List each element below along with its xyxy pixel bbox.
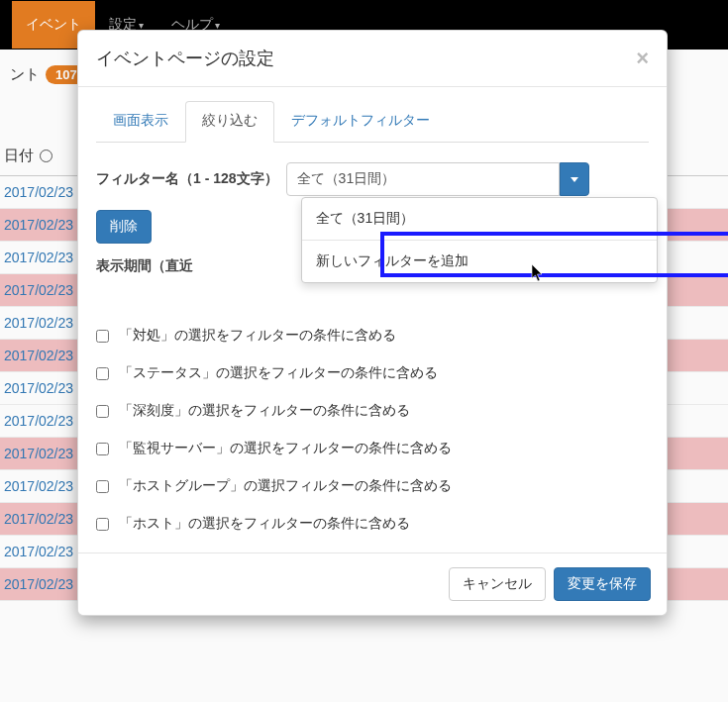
tab-filter-content: フィルター名（1 - 128文字） 全て（31日間） 全て（31日間） 新しいフ…	[96, 143, 649, 547]
dropdown-opt-all[interactable]: 全て（31日間）	[302, 198, 657, 240]
cursor-icon	[531, 263, 545, 283]
chevron-down-icon	[571, 177, 578, 182]
cancel-button[interactable]: キャンセル	[449, 567, 546, 601]
filter-condition-label: 「ホストグループ」の選択フィルターの条件に含める	[119, 477, 452, 495]
filter-condition-row: 「ホスト」の選択をフィルターの条件に含める	[96, 505, 649, 543]
filter-condition-checkbox[interactable]	[96, 518, 109, 531]
modal-title: イベントページの設定	[96, 47, 274, 70]
modal-footer: キャンセル 変更を保存	[78, 552, 667, 615]
tabs: 画面表示 絞り込む デフォルトフィルター	[96, 101, 649, 143]
filter-condition-label: 「ホスト」の選択をフィルターの条件に含める	[119, 515, 410, 533]
filter-condition-row: 「監視サーバー」の選択をフィルターの条件に含める	[96, 430, 649, 467]
filter-name-input[interactable]: 全て（31日間）	[286, 162, 560, 196]
tab-display[interactable]: 画面表示	[96, 101, 185, 143]
filter-condition-row: 「ホストグループ」の選択フィルターの条件に含める	[96, 467, 649, 505]
modal-body: 画面表示 絞り込む デフォルトフィルター フィルター名（1 - 128文字） 全…	[78, 87, 667, 552]
filter-condition-row: 「対処」の選択をフィルターの条件に含める	[96, 317, 649, 354]
tab-default-filter[interactable]: デフォルトフィルター	[274, 101, 447, 143]
filter-name-combo: 全て（31日間） 全て（31日間） 新しいフィルターを追加	[286, 162, 589, 196]
filter-name-dropdown-toggle[interactable]	[560, 162, 589, 196]
delete-button[interactable]: 削除	[96, 210, 152, 244]
event-page-settings-modal: イベントページの設定 × 画面表示 絞り込む デフォルトフィルター フィルター名…	[77, 30, 668, 616]
filter-condition-label: 「対処」の選択をフィルターの条件に含める	[119, 327, 396, 345]
modal-header: イベントページの設定 ×	[78, 31, 667, 87]
filter-condition-checkbox[interactable]	[96, 405, 109, 418]
save-button[interactable]: 変更を保存	[554, 567, 651, 601]
filter-condition-checkbox[interactable]	[96, 330, 109, 343]
filter-condition-checkbox[interactable]	[96, 367, 109, 380]
filter-condition-row: 「ステータス」の選択をフィルターの条件に含める	[96, 354, 649, 392]
filter-conditions: 「対処」の選択をフィルターの条件に含める「ステータス」の選択をフィルターの条件に…	[96, 317, 649, 543]
dropdown-opt-add-new[interactable]: 新しいフィルターを追加	[302, 241, 657, 282]
filter-condition-row: 「深刻度」の選択をフィルターの条件に含める	[96, 392, 649, 430]
filter-name-label: フィルター名（1 - 128文字）	[96, 170, 278, 188]
filter-condition-label: 「監視サーバー」の選択をフィルターの条件に含める	[119, 440, 452, 457]
close-icon[interactable]: ×	[636, 46, 649, 71]
filter-condition-checkbox[interactable]	[96, 480, 109, 493]
display-period-label: 表示期間（直近	[96, 257, 193, 275]
filter-condition-label: 「ステータス」の選択をフィルターの条件に含める	[119, 364, 438, 382]
filter-condition-checkbox[interactable]	[96, 443, 109, 455]
tab-filter[interactable]: 絞り込む	[185, 101, 274, 143]
filter-condition-label: 「深刻度」の選択をフィルターの条件に含める	[119, 402, 410, 420]
filter-name-dropdown: 全て（31日間） 新しいフィルターを追加	[301, 197, 658, 283]
